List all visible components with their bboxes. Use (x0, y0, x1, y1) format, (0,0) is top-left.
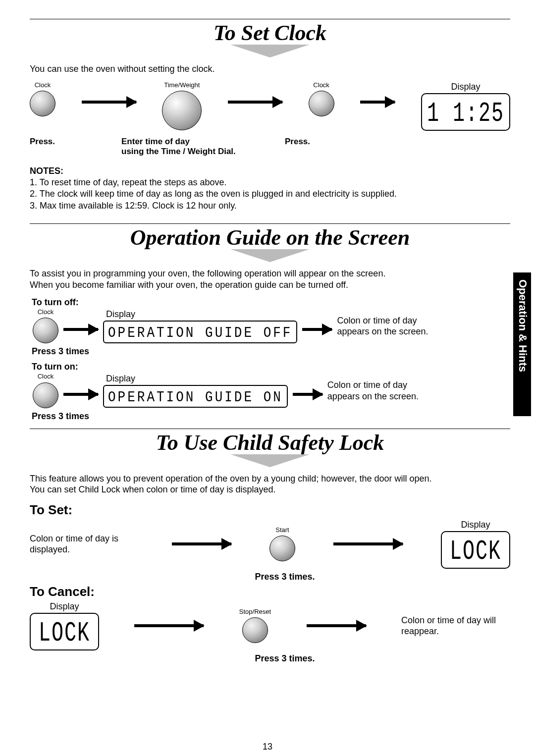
section-header-opguide: Operation Guide on the Screen (30, 224, 510, 262)
clock-step3: Clock (309, 82, 334, 116)
childlock-cancel-button-block: Stop/Reset (239, 608, 271, 643)
childlock-cancel-caption: Press 3 times. (59, 653, 510, 664)
display-label: Display (50, 601, 79, 612)
display-box: LOCK (30, 613, 99, 650)
childlock-set-caption: Press 3 times. (59, 572, 510, 582)
step1-caption: Press. (30, 137, 121, 157)
childlock-set-display-block: Display LOCK (441, 520, 510, 569)
page-number: 13 (0, 742, 535, 752)
button-label: Stop/Reset (239, 608, 271, 615)
clock-button[interactable] (30, 91, 55, 116)
opguide-on-caption: Press 3 times (32, 411, 510, 422)
display-value: LOCK (39, 618, 90, 649)
note-line: 3. Max time available is 12:59. Clock is… (30, 201, 237, 211)
display-label: Display (106, 374, 135, 384)
display-label: Display (461, 520, 490, 530)
arrow-right-icon (134, 624, 204, 627)
display-label: Display (451, 82, 480, 92)
step2-caption: Enter time of day using the Time / Weigh… (121, 137, 285, 157)
display-value: LOCK (450, 536, 501, 567)
section-title: Operation Guide on the Screen (130, 225, 410, 250)
opguide-off-display-block: Display OPERATION GUIDE OFF (103, 309, 297, 343)
clock-intro-text: You can use the oven without setting the… (30, 63, 510, 75)
turn-on-heading: To turn on: (32, 362, 510, 372)
childlock-cancel-result: Colon or time of day will reappear. (401, 615, 510, 637)
opguide-on-button-block: Clock (33, 373, 58, 408)
stop-reset-button[interactable] (242, 617, 268, 643)
section-header-childlock: To Use Child Safety Lock (30, 429, 510, 467)
display-label: Display (106, 309, 135, 320)
button-label: Clock (38, 309, 54, 316)
display-value: 1 1:25 (427, 98, 504, 129)
chevron-down-icon (230, 45, 310, 57)
clock-step1: Clock (30, 82, 55, 116)
arrow-right-icon (172, 542, 231, 545)
clock-display-block: Display 1 1:25 (421, 82, 510, 131)
opguide-on-display-block: Display OPERATION GUIDE ON (103, 374, 288, 408)
opguide-off-caption: Press 3 times (32, 346, 510, 357)
button-label: Clock (35, 82, 51, 89)
button-label: Clock (38, 373, 54, 380)
arrow-right-icon (302, 328, 332, 331)
chevron-down-icon (230, 249, 310, 262)
display-box: OPERATION GUIDE OFF (103, 321, 297, 343)
section-title: To Use Child Safety Lock (156, 430, 384, 455)
arrow-right-icon (307, 624, 366, 627)
display-value: OPERATION GUIDE ON (108, 389, 283, 406)
arrow-right-icon (228, 101, 282, 104)
childlock-intro-text: This feature allows you to prevent opera… (30, 473, 510, 495)
display-box: LOCK (441, 531, 510, 569)
button-label: Start (275, 527, 289, 534)
section-tab: Operation & Hints (513, 272, 531, 416)
opguide-off-result: Colon or time of day appears on the scre… (337, 315, 446, 337)
section-title: To Set Clock (214, 20, 326, 46)
arrow-right-icon (63, 393, 98, 396)
button-label: Time/Weight (164, 82, 200, 89)
to-cancel-heading: To Cancel: (30, 584, 510, 599)
clock-notes: NOTES: 1. To reset time of day, repeat t… (30, 165, 510, 212)
arrow-right-icon (63, 328, 98, 331)
button-label: Clock (313, 82, 329, 89)
arrow-right-icon (360, 101, 395, 104)
opguide-intro-text: To assist you in programming your oven, … (30, 268, 510, 290)
opguide-off-button-block: Clock (33, 309, 58, 343)
opguide-on-result: Colon or time of day appears on the scre… (327, 379, 436, 402)
display-value: OPERATION GUIDE OFF (108, 324, 292, 342)
arrow-right-icon (333, 542, 403, 545)
clock-button[interactable] (33, 318, 58, 343)
arrow-right-icon (293, 393, 322, 396)
display-box: OPERATION GUIDE ON (103, 385, 288, 408)
note-line: 1. To reset time of day, repeat the step… (30, 177, 227, 187)
childlock-set-button-block: Start (269, 527, 295, 561)
section-header-clock: To Set Clock (30, 19, 510, 57)
arrow-right-icon (82, 101, 136, 104)
clock-step2: Time/Weight (162, 82, 202, 130)
step3-caption: Press. (285, 137, 310, 157)
chevron-down-icon (230, 454, 310, 467)
note-line: 2. The clock will keep time of day as lo… (30, 189, 397, 199)
turn-off-heading: To turn off: (32, 297, 510, 308)
clock-button[interactable] (33, 382, 58, 408)
notes-label: NOTES: (30, 166, 63, 176)
to-set-heading: To Set: (30, 502, 510, 518)
start-button[interactable] (269, 536, 295, 561)
time-weight-dial[interactable] (162, 91, 202, 130)
childlock-set-pretext: Colon or time of day is displayed. (30, 533, 134, 555)
clock-button[interactable] (309, 91, 334, 116)
childlock-cancel-display-block: Display LOCK (30, 601, 99, 650)
display-box: 1 1:25 (421, 93, 510, 131)
